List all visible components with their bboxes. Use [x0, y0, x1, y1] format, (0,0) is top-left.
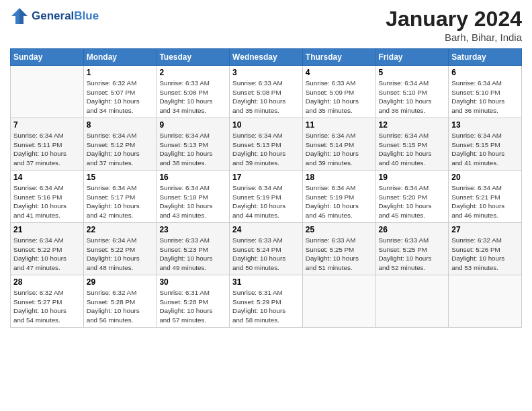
day-number: 29 [87, 277, 154, 287]
header-cell-friday: Friday [375, 49, 449, 66]
logo: GeneralBlue [10, 7, 99, 26]
day-number: 4 [306, 68, 373, 77]
day-content: Sunrise: 6:34 AM Sunset: 5:15 PM Dayligh… [379, 131, 446, 168]
day-cell: 16Sunrise: 6:34 AM Sunset: 5:18 PM Dayli… [157, 171, 230, 223]
day-content: Sunrise: 6:34 AM Sunset: 5:20 PM Dayligh… [379, 183, 446, 220]
svg-marker-1 [19, 8, 28, 24]
day-cell: 25Sunrise: 6:33 AM Sunset: 5:25 PM Dayli… [302, 223, 375, 275]
week-row-4: 21Sunrise: 6:34 AM Sunset: 5:22 PM Dayli… [11, 223, 522, 275]
day-cell: 24Sunrise: 6:33 AM Sunset: 5:24 PM Dayli… [230, 223, 303, 275]
location: Barh, Bihar, India [386, 32, 522, 43]
day-content: Sunrise: 6:34 AM Sunset: 5:22 PM Dayligh… [13, 236, 81, 273]
day-number: 5 [379, 68, 446, 77]
week-row-2: 7Sunrise: 6:34 AM Sunset: 5:11 PM Daylig… [11, 118, 522, 171]
day-content: Sunrise: 6:34 AM Sunset: 5:12 PM Dayligh… [87, 131, 154, 168]
day-cell: 17Sunrise: 6:34 AM Sunset: 5:19 PM Dayli… [230, 171, 303, 223]
day-content: Sunrise: 6:34 AM Sunset: 5:21 PM Dayligh… [451, 183, 519, 220]
day-number: 11 [306, 120, 373, 130]
day-number: 25 [306, 225, 373, 234]
day-cell: 6Sunrise: 6:34 AM Sunset: 5:10 PM Daylig… [449, 66, 522, 118]
day-content: Sunrise: 6:34 AM Sunset: 5:15 PM Dayligh… [451, 131, 519, 168]
day-cell [449, 275, 522, 328]
day-cell [302, 275, 375, 328]
day-cell: 20Sunrise: 6:34 AM Sunset: 5:21 PM Dayli… [449, 171, 522, 223]
day-cell: 10Sunrise: 6:34 AM Sunset: 5:13 PM Dayli… [230, 118, 303, 171]
title-block: January 2024 Barh, Bihar, India [386, 7, 522, 43]
day-number: 2 [159, 68, 226, 77]
day-number: 19 [379, 173, 446, 182]
day-number: 1 [87, 68, 154, 77]
day-number: 10 [232, 120, 300, 130]
day-content: Sunrise: 6:34 AM Sunset: 5:18 PM Dayligh… [159, 183, 226, 220]
day-cell: 28Sunrise: 6:32 AM Sunset: 5:27 PM Dayli… [11, 275, 84, 328]
calendar-body: 1Sunrise: 6:32 AM Sunset: 5:07 PM Daylig… [11, 66, 522, 328]
day-cell: 23Sunrise: 6:33 AM Sunset: 5:23 PM Dayli… [157, 223, 230, 275]
day-content: Sunrise: 6:34 AM Sunset: 5:11 PM Dayligh… [13, 131, 81, 168]
day-number: 14 [13, 173, 81, 182]
day-content: Sunrise: 6:33 AM Sunset: 5:08 PM Dayligh… [159, 79, 226, 116]
day-number: 22 [87, 225, 154, 234]
day-cell: 30Sunrise: 6:31 AM Sunset: 5:28 PM Dayli… [157, 275, 230, 328]
day-content: Sunrise: 6:34 AM Sunset: 5:17 PM Dayligh… [87, 183, 154, 220]
day-number: 16 [159, 173, 226, 182]
day-cell: 26Sunrise: 6:33 AM Sunset: 5:25 PM Dayli… [375, 223, 449, 275]
day-number: 12 [379, 120, 446, 130]
day-content: Sunrise: 6:34 AM Sunset: 5:16 PM Dayligh… [13, 183, 81, 220]
day-content: Sunrise: 6:31 AM Sunset: 5:28 PM Dayligh… [159, 288, 226, 325]
day-number: 6 [451, 68, 519, 77]
header-cell-saturday: Saturday [449, 49, 522, 66]
day-cell: 18Sunrise: 6:34 AM Sunset: 5:19 PM Dayli… [302, 171, 375, 223]
day-content: Sunrise: 6:34 AM Sunset: 5:13 PM Dayligh… [232, 131, 300, 168]
day-number: 8 [87, 120, 154, 130]
day-cell: 27Sunrise: 6:32 AM Sunset: 5:26 PM Dayli… [449, 223, 522, 275]
day-cell: 11Sunrise: 6:34 AM Sunset: 5:14 PM Dayli… [302, 118, 375, 171]
header-cell-tuesday: Tuesday [157, 49, 230, 66]
day-content: Sunrise: 6:34 AM Sunset: 5:10 PM Dayligh… [451, 79, 519, 116]
day-cell: 5Sunrise: 6:34 AM Sunset: 5:10 PM Daylig… [375, 66, 449, 118]
day-cell [375, 275, 449, 328]
day-content: Sunrise: 6:33 AM Sunset: 5:25 PM Dayligh… [379, 236, 446, 273]
day-number: 3 [232, 68, 300, 77]
header-cell-thursday: Thursday [302, 49, 375, 66]
day-cell: 19Sunrise: 6:34 AM Sunset: 5:20 PM Dayli… [375, 171, 449, 223]
month-title: January 2024 [386, 7, 522, 32]
day-number: 17 [232, 173, 300, 182]
header-cell-sunday: Sunday [11, 49, 84, 66]
day-cell: 13Sunrise: 6:34 AM Sunset: 5:15 PM Dayli… [449, 118, 522, 171]
calendar-header: SundayMondayTuesdayWednesdayThursdayFrid… [11, 49, 522, 66]
day-number: 23 [159, 225, 226, 234]
day-cell: 14Sunrise: 6:34 AM Sunset: 5:16 PM Dayli… [11, 171, 84, 223]
day-content: Sunrise: 6:34 AM Sunset: 5:19 PM Dayligh… [232, 183, 300, 220]
day-cell: 12Sunrise: 6:34 AM Sunset: 5:15 PM Dayli… [375, 118, 449, 171]
logo-blue: Blue [74, 9, 99, 22]
day-number: 21 [13, 225, 81, 234]
day-cell: 2Sunrise: 6:33 AM Sunset: 5:08 PM Daylig… [157, 66, 230, 118]
day-content: Sunrise: 6:34 AM Sunset: 5:22 PM Dayligh… [87, 236, 154, 273]
logo-general: General [32, 9, 74, 22]
day-content: Sunrise: 6:34 AM Sunset: 5:19 PM Dayligh… [306, 183, 373, 220]
day-number: 27 [451, 225, 519, 234]
day-content: Sunrise: 6:33 AM Sunset: 5:24 PM Dayligh… [232, 236, 300, 273]
day-cell: 7Sunrise: 6:34 AM Sunset: 5:11 PM Daylig… [11, 118, 84, 171]
day-cell: 9Sunrise: 6:34 AM Sunset: 5:13 PM Daylig… [157, 118, 230, 171]
day-content: Sunrise: 6:32 AM Sunset: 5:27 PM Dayligh… [13, 288, 81, 325]
day-cell: 29Sunrise: 6:32 AM Sunset: 5:28 PM Dayli… [83, 275, 157, 328]
day-cell: 15Sunrise: 6:34 AM Sunset: 5:17 PM Dayli… [83, 171, 157, 223]
week-row-5: 28Sunrise: 6:32 AM Sunset: 5:27 PM Dayli… [11, 275, 522, 328]
day-content: Sunrise: 6:34 AM Sunset: 5:10 PM Dayligh… [379, 79, 446, 116]
day-number: 13 [451, 120, 519, 130]
day-number: 26 [379, 225, 446, 234]
calendar-page: GeneralBlue January 2024 Barh, Bihar, In… [0, 0, 532, 411]
day-content: Sunrise: 6:34 AM Sunset: 5:13 PM Dayligh… [159, 131, 226, 168]
day-cell: 22Sunrise: 6:34 AM Sunset: 5:22 PM Dayli… [83, 223, 157, 275]
logo-icon [10, 7, 29, 26]
day-content: Sunrise: 6:33 AM Sunset: 5:08 PM Dayligh… [232, 79, 300, 116]
day-number: 28 [13, 277, 81, 287]
day-content: Sunrise: 6:32 AM Sunset: 5:26 PM Dayligh… [451, 236, 519, 273]
day-number: 7 [13, 120, 81, 130]
day-cell: 3Sunrise: 6:33 AM Sunset: 5:08 PM Daylig… [230, 66, 303, 118]
day-cell: 4Sunrise: 6:33 AM Sunset: 5:09 PM Daylig… [302, 66, 375, 118]
header-cell-wednesday: Wednesday [230, 49, 303, 66]
calendar-table: SundayMondayTuesdayWednesdayThursdayFrid… [10, 48, 522, 328]
header-cell-monday: Monday [83, 49, 157, 66]
